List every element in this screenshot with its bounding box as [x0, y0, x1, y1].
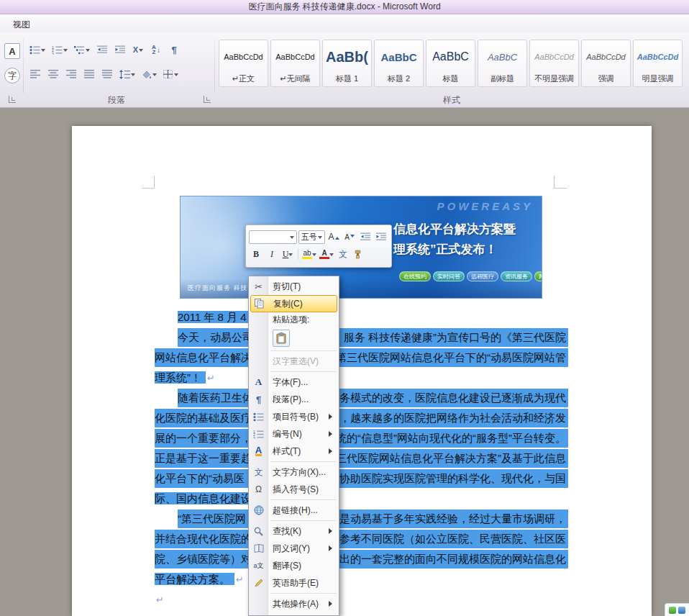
style-chip-intense-emphasis[interactable]: AaBbCcDd明显强调 — [633, 40, 683, 87]
menu-item-bullets[interactable]: 项目符号(B) — [249, 408, 339, 425]
decrease-indent-icon — [97, 45, 108, 55]
document-page[interactable]: POWEREASY 信息化平台解决方案暨 理系统”正式发布！ 在线预约 实时问答… — [72, 126, 652, 616]
align-center-button[interactable] — [45, 66, 61, 82]
submenu-arrow-icon — [329, 414, 335, 420]
style-chip-subtitle[interactable]: AaBbC副标题 — [478, 40, 527, 87]
menu-item-copy[interactable]: 复制(C) — [250, 295, 337, 312]
align-left-button[interactable] — [27, 66, 43, 82]
text-line[interactable]: 网站信息化平台解决第三代医院网站信息化平台下的“动易医院网站管 — [155, 348, 568, 367]
decrease-indent-button[interactable] — [94, 42, 110, 58]
menu-item-find[interactable]: 查找(K) — [249, 522, 339, 540]
text-line[interactable]: ↵ — [155, 590, 164, 609]
text-fragment: 并结合现代化医院的 — [155, 533, 252, 545]
styles-group-label: 样式 — [219, 94, 685, 106]
submenu-arrow-icon — [329, 528, 335, 534]
tab-view[interactable]: 视图 — [6, 17, 37, 33]
multilevel-list-button[interactable] — [72, 42, 92, 58]
decrease-indent-button[interactable] — [358, 230, 373, 244]
grow-arrow-icon — [335, 235, 339, 240]
paste-options-row — [249, 327, 339, 349]
style-gallery: AaBbCcDd↵正文 AaBbCcDd↵无间隔 AaBb(标题 1 AaBbC… — [219, 40, 683, 87]
mini-toolbar-row1: 五号 A A — [249, 228, 388, 245]
menu-item-hyperlink[interactable]: 超链接(H)... — [249, 502, 339, 519]
text-line[interactable]: 随着医药卫生体服务模式的改变，医院信息化建设已逐渐成为现代 — [178, 389, 568, 407]
banner-watermark: POWEREASY — [437, 200, 533, 212]
borders-button[interactable] — [161, 66, 181, 82]
enclose-characters-button[interactable]: 字 — [4, 68, 20, 83]
shrink-font-button[interactable]: A — [342, 230, 357, 244]
underline-button[interactable]: U — [280, 247, 295, 261]
tray-green-icon[interactable] — [669, 607, 676, 614]
toolbar-divider — [298, 248, 298, 260]
phonetic-guide-button[interactable]: 文 — [336, 247, 350, 261]
justify-button[interactable] — [81, 66, 97, 82]
font-color-button[interactable]: A — [319, 247, 334, 261]
paste-option-keep-source-button[interactable] — [273, 330, 290, 347]
shading-button[interactable] — [140, 66, 159, 82]
text-line[interactable]: “第三代医院网方案”是动易基于多年实践经验，经过大量市场调研， — [178, 509, 568, 528]
distribute-button[interactable] — [99, 66, 115, 82]
dropdown-arrow-icon — [288, 253, 293, 258]
style-chip-heading1[interactable]: AaBb(标题 1 — [322, 40, 372, 87]
bold-button[interactable]: B — [249, 247, 263, 261]
text-line[interactable]: 展的一个重要部分，传统的“信息型”网站向现代化的“服务型”平台转变。 — [155, 429, 568, 448]
text-line[interactable]: 并结合现代化医院的，参考不同医院（如公立医院、民营医院、社区医 — [155, 530, 568, 548]
style-chip-normal[interactable]: AaBbCcDd↵正文 — [219, 40, 268, 87]
dropdown-arrow-icon — [174, 73, 178, 78]
text-line[interactable]: 理系统”！↵ — [155, 368, 215, 387]
style-chip-title[interactable]: AaBbC标题 — [426, 40, 475, 87]
font-size-combo[interactable]: 五号 — [298, 230, 325, 244]
asian-layout-button[interactable]: X — [130, 42, 146, 58]
menu-item-paragraph[interactable]: ¶段落(P)... — [249, 391, 339, 408]
dropdown-arrow-icon — [131, 73, 135, 78]
highlight-color-button[interactable]: ab — [301, 247, 317, 261]
sort-z-glyph: Z — [152, 50, 156, 55]
style-chip-heading2[interactable]: AaBbC标题 2 — [374, 40, 424, 87]
submenu-arrow-icon — [329, 431, 335, 437]
show-marks-button[interactable]: ¶ — [166, 42, 182, 58]
paragraph-mark: ↵ — [206, 373, 215, 384]
align-right-button[interactable] — [63, 66, 79, 82]
grow-font-button[interactable]: A — [327, 230, 341, 244]
menu-item-styles[interactable]: A样式(T) — [249, 443, 339, 460]
dropdown-arrow-icon — [63, 49, 68, 54]
increase-indent-button[interactable] — [374, 230, 388, 244]
menu-item-english-assistant[interactable]: 英语助手(E) — [249, 574, 339, 592]
menu-item-cut[interactable]: ✂剪切(T) — [249, 278, 339, 295]
text-line[interactable]: 院、乡镇医院等）对推出的一套完整的面向不同规模医院的网站信息化 — [155, 550, 568, 569]
menu-item-insert-symbol[interactable]: Ω插入符号(S) — [249, 481, 339, 498]
banner-pill: 网上挂号 — [534, 271, 542, 281]
paragraph-dialog-launcher[interactable] — [204, 96, 211, 103]
menu-item-numbering[interactable]: 123编号(N) — [249, 425, 339, 443]
text-line[interactable]: 正是基于这一重要趋三代医院网站信息化平台解决方案”及基于此信息 — [155, 449, 568, 468]
format-painter-button[interactable] — [352, 247, 366, 261]
menu-item-additional-actions[interactable]: 其他操作(A) — [249, 595, 339, 612]
text-fragment: 化平台下的“动易医 — [155, 472, 245, 484]
ribbon: A 字 123 X AZ↓ ¶ 段落 AaBbCcDd↵正文 AaBbCcDd↵… — [0, 32, 689, 108]
numbering-icon: 123 — [52, 45, 63, 55]
text-line[interactable]: 今天，动易公司服务 科技传递健康”为宣传口号的《第三代医院 — [178, 328, 568, 347]
font-dialog-launcher[interactable] — [9, 96, 16, 103]
line-spacing-button[interactable] — [117, 66, 137, 82]
banner-heading: 信息化平台解决方案暨 — [393, 221, 516, 237]
font-size-value: 五号 — [301, 232, 317, 243]
menu-separator — [270, 461, 337, 462]
text-line[interactable]: 化医院的基础及医疗域，越来越多的医院把网络作为社会活动和经济发 — [155, 409, 568, 427]
menu-item-text-direction[interactable]: 文文字方向(X)... — [249, 463, 339, 481]
italic-button[interactable]: I — [265, 247, 279, 261]
menu-item-synonyms[interactable]: 同义词(Y) — [249, 540, 339, 557]
bullets-button[interactable] — [27, 42, 47, 58]
style-chip-subtle-emphasis[interactable]: AaBbCcDd不明显强调 — [529, 40, 579, 87]
text-line[interactable]: 平台解决方案。↵ — [155, 570, 244, 589]
text-line[interactable]: 化平台下的“动易医协助医院实现医院管理的科学化、现代化，与国 — [155, 469, 568, 488]
character-border-button[interactable]: A — [4, 43, 20, 59]
font-name-combo[interactable] — [249, 230, 297, 244]
sort-button[interactable]: AZ↓ — [148, 42, 164, 58]
increase-indent-button[interactable] — [112, 42, 128, 58]
menu-item-translate[interactable]: a文翻译(S) — [249, 557, 339, 574]
style-chip-no-spacing[interactable]: AaBbCcDd↵无间隔 — [270, 40, 320, 87]
menu-item-font[interactable]: A字体(F)... — [249, 373, 339, 391]
tray-blue-icon[interactable] — [678, 607, 685, 614]
numbering-button[interactable]: 123 — [50, 42, 70, 58]
style-chip-emphasis[interactable]: AaBbCcDd强调 — [581, 40, 631, 87]
